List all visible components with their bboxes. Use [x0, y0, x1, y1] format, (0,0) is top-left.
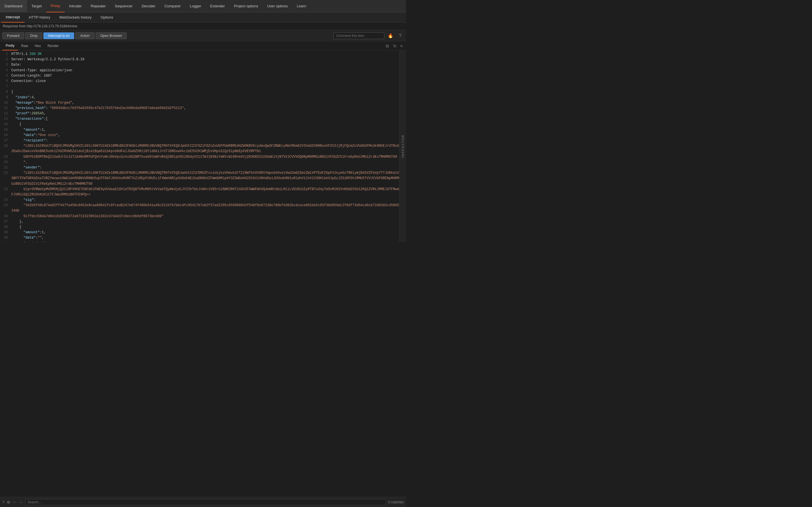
- code-line-22: 22 "LS0tLS1CRUdJTiBQVUJMSUMgS0VZLS0tLS0K…: [0, 170, 399, 187]
- code-line-5: 5 Content-Length: 1887: [0, 73, 399, 78]
- code-line-12: 12 "proof":208545,: [0, 111, 399, 116]
- code-line-21: 21 "sender":: [0, 165, 399, 170]
- url-text: Response from http://178.128.173.79:3188…: [3, 24, 77, 28]
- code-line-29: 29 "amount":1,: [0, 230, 399, 235]
- code-line-31: 31 "recipient":: [0, 241, 399, 242]
- code-line-20: 20 ",: [0, 160, 399, 165]
- code-line-7: 7: [0, 84, 399, 89]
- tab-websockets-history[interactable]: WebSockets history: [55, 12, 96, 22]
- nav-repeater[interactable]: Repeater: [86, 0, 110, 12]
- format-tab-hex[interactable]: Hex: [31, 41, 44, 50]
- code-line-11: 11 "previous_hash": "06043dbcc7b5f6a0265…: [0, 106, 399, 111]
- code-line-23: 23 blprOVRWd1pMVDM5NjQ1ClRFVHhETENFbDJFW…: [0, 187, 399, 198]
- newlines-icon[interactable]: \n: [392, 43, 398, 49]
- wrap-text-icon[interactable]: ⊟: [385, 43, 390, 49]
- help-icon[interactable]: ?: [397, 32, 404, 40]
- code-line-24: 24 "sig":: [0, 198, 399, 203]
- format-tab-raw[interactable]: Raw: [18, 41, 31, 50]
- sub-navigation: Intercept HTTP history WebSockets histor…: [0, 12, 406, 22]
- code-line-27: 27 },: [0, 219, 399, 224]
- nav-user-options[interactable]: User options: [263, 0, 292, 12]
- format-tabs: Pretty Raw Hex Render ⊟ \n ≡: [0, 41, 406, 50]
- code-line-26: 26 5c7fdcc58da7d0e1d10390272a0713323963a…: [0, 214, 399, 219]
- action-button[interactable]: Action: [75, 33, 94, 39]
- nav-project-options[interactable]: Project options: [230, 0, 263, 12]
- code-line-1: 1 HTTP/1.1 200 OK: [0, 52, 399, 57]
- nav-logger[interactable]: Logger: [185, 0, 206, 12]
- drop-button[interactable]: Drop: [26, 33, 42, 39]
- code-line-3: 3 Date:: [0, 62, 399, 68]
- format-tab-render[interactable]: Render: [44, 41, 62, 50]
- code-line-25: 25 "342b5f49c874a92ff447fa450c0452e9caa0…: [0, 203, 399, 214]
- nav-decoder[interactable]: Decoder: [137, 0, 160, 12]
- code-line-10: 10 "message":"New Block Forged",: [0, 100, 399, 106]
- inspector-sidebar[interactable]: INSPECTOR: [399, 50, 406, 242]
- forward-button[interactable]: Forward: [2, 33, 24, 39]
- toolbar: Forward Drop Intercept is on Action Open…: [0, 30, 406, 41]
- url-bar: Response from http://178.128.173.79:3188…: [0, 22, 406, 30]
- open-browser-button[interactable]: Open Browser: [96, 33, 127, 39]
- nav-intruder[interactable]: Intruder: [64, 0, 86, 12]
- code-line-16: 16 "data":"One coin",: [0, 133, 399, 138]
- code-line-19: 19 UGFPS1ROMTBkQ3lSa0JrCnJ1TlA4NnRMYUFQV…: [0, 154, 399, 160]
- code-line-30: 30 "data":"",: [0, 235, 399, 240]
- nav-learn[interactable]: Learn: [292, 0, 311, 12]
- nav-dashboard[interactable]: Dashboard: [0, 0, 27, 12]
- response-body: 1 HTTP/1.1 200 OK 2 Server: Werkzeug/2.1…: [0, 50, 399, 242]
- nav-proxy[interactable]: Proxy: [46, 0, 64, 12]
- flame-icon[interactable]: 🔥: [386, 32, 396, 40]
- format-tab-pretty[interactable]: Pretty: [2, 41, 18, 50]
- code-line-18: 18 "LS0tLS1CRUdJTiBQVUJMSUMgS0VZLS0tLS0K…: [0, 144, 399, 154]
- nav-sequencer[interactable]: Sequencer: [110, 0, 137, 12]
- code-line-9: 9 "index":4,: [0, 95, 399, 100]
- nav-comparer[interactable]: Comparer: [160, 0, 185, 12]
- inspector-label: INSPECTOR: [401, 135, 405, 158]
- intercept-toggle-button[interactable]: Intercept is on: [43, 33, 74, 39]
- comment-input[interactable]: [334, 33, 384, 39]
- tab-http-history[interactable]: HTTP history: [24, 12, 55, 22]
- lines-icon[interactable]: ≡: [399, 43, 404, 49]
- code-line-17: 17 "recipient":: [0, 138, 399, 144]
- code-line-4: 4 Content-Type: application/json: [0, 68, 399, 73]
- code-line-6: 6 Connection: close: [0, 78, 399, 84]
- code-line-13: 13 "transactions":[: [0, 116, 399, 122]
- code-line-28: 28 {: [0, 224, 399, 230]
- code-line-8: 8 {: [0, 89, 399, 95]
- code-line-2: 2 Server: Werkzeug/2.1.2 Python/3.8.10: [0, 57, 399, 62]
- top-navigation: Dashboard Target Proxy Intruder Repeater…: [0, 0, 406, 12]
- nav-target[interactable]: Target: [27, 0, 46, 12]
- tab-intercept[interactable]: Intercept: [1, 12, 24, 22]
- tab-options[interactable]: Options: [96, 12, 118, 22]
- nav-extender[interactable]: Extender: [206, 0, 230, 12]
- code-line-15: 15 "amount":1,: [0, 127, 399, 133]
- code-line-14: 14 {: [0, 122, 399, 127]
